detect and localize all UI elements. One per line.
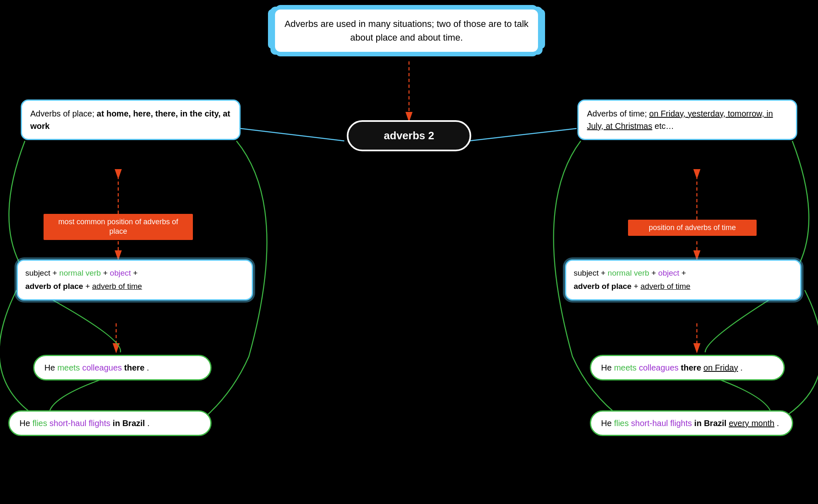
ex-r2-in-brazil: in Brazil <box>694 419 727 428</box>
fl-subject: subject <box>25 269 50 277</box>
center-node-text: adverbs 2 <box>384 129 434 142</box>
ex-r1-colleagues: colleagues <box>639 363 679 372</box>
right-time-prefix: Adverbs of time; <box>587 109 649 118</box>
ex-l1-meets: meets <box>57 363 80 372</box>
top-node: Adverbs are used in many situations; two… <box>274 8 539 53</box>
example-left-1: He meets colleagues there . <box>33 355 212 380</box>
example-right-2: He flies short-haul flights in Brazil ev… <box>590 410 793 436</box>
ex-r2-he: He <box>601 419 614 428</box>
ex-l1-colleagues: colleagues <box>82 363 122 372</box>
fr-object: object <box>658 269 679 277</box>
ex-r1-he: He <box>601 363 614 372</box>
formula-left-node: subject + normal verb + object + adverb … <box>17 259 253 300</box>
fr-plus4: + <box>634 282 640 291</box>
ex-l2-he: He <box>19 419 32 428</box>
left-place-node: Adverbs of place; at home, here, there, … <box>21 99 241 140</box>
ex-l2-flies: flies <box>32 419 47 428</box>
fr-adverb-time: adverb of time <box>640 282 690 291</box>
label-left: most common position of adverbs of place <box>44 214 193 240</box>
svg-line-5 <box>469 128 577 141</box>
fl-adverb-place: adverb of place <box>25 282 83 291</box>
left-place-prefix: Adverbs of place; <box>30 109 97 118</box>
center-node: adverbs 2 <box>347 120 471 151</box>
ex-r2-every-month: every month <box>729 419 774 428</box>
ex-r1-period: . <box>740 363 743 372</box>
ex-r1-on-friday: on Friday <box>704 363 738 372</box>
fl-plus1: + <box>52 269 59 277</box>
fr-plus2: + <box>651 269 658 277</box>
fl-adverb-time: adverb of time <box>92 282 142 291</box>
example-left-2: He flies short-haul flights in Brazil . <box>8 410 212 436</box>
fl-plus2: + <box>103 269 110 277</box>
label-left-text: most common position of adverbs of place <box>58 218 178 235</box>
ex-l1-he: He <box>44 363 57 372</box>
ex-r1-there: there <box>681 363 701 372</box>
fr-subject: subject <box>574 269 599 277</box>
formula-right-node: subject + normal verb + object + adverb … <box>565 259 801 300</box>
fl-plus4: + <box>85 282 92 291</box>
label-right: position of adverbs of time <box>628 220 757 236</box>
example-right-1: He meets colleagues there on Friday . <box>590 355 785 380</box>
ex-r1-meets: meets <box>614 363 636 372</box>
right-time-suffix: etc… <box>652 121 674 131</box>
label-right-text: position of adverbs of time <box>649 223 736 232</box>
ex-r2-period: . <box>777 419 779 428</box>
ex-r2-short-haul: short-haul flights <box>631 419 692 428</box>
right-time-node: Adverbs of time; on Friday, yesterday, t… <box>577 99 797 140</box>
ex-l2-short-haul: short-haul flights <box>49 419 110 428</box>
top-node-text: Adverbs are used in many situations; two… <box>285 19 528 43</box>
ex-r2-flies: flies <box>614 419 629 428</box>
fl-object: object <box>110 269 131 277</box>
ex-l1-there: there <box>124 363 144 372</box>
fl-plus3: + <box>133 269 138 277</box>
fr-plus1: + <box>601 269 607 277</box>
svg-line-4 <box>241 128 344 141</box>
ex-l1-period: . <box>147 363 149 372</box>
fr-adverb-place: adverb of place <box>574 282 631 291</box>
fr-normal-verb: normal verb <box>608 269 649 277</box>
fr-plus3: + <box>682 269 686 277</box>
fl-normal-verb: normal verb <box>59 269 101 277</box>
ex-l2-in-brazil: in Brazil <box>113 419 145 428</box>
ex-l2-period: . <box>147 419 150 428</box>
